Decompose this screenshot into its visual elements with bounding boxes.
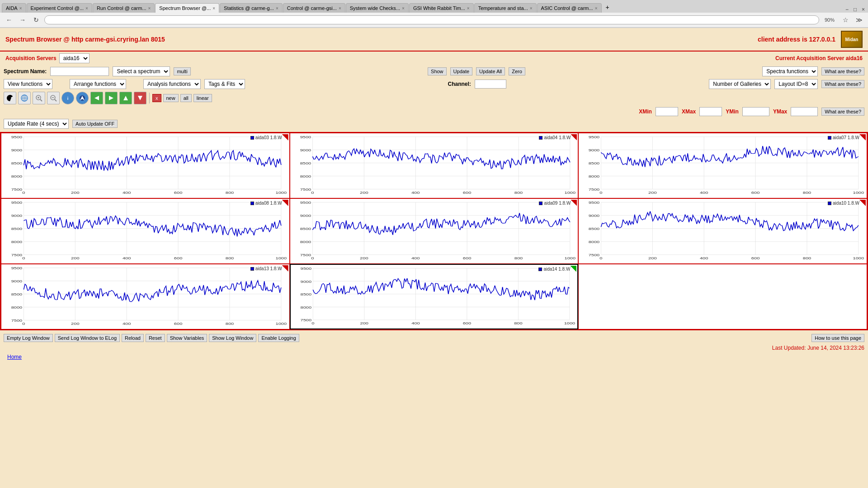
tab-close-icon[interactable]: ×: [595, 6, 598, 11]
svg-text:200: 200: [71, 191, 80, 195]
bottom-bar: Empty Log Window Send Log Window to ELog…: [0, 332, 868, 344]
prev-icon-btn[interactable]: [90, 92, 103, 104]
tab-asic-control[interactable]: ASIC Control @ carm...×: [537, 3, 602, 13]
url-bar[interactable]: localhost:8015/Spectrum/Spectrum.tml: [44, 15, 819, 24]
ymin-input[interactable]: 7500: [742, 107, 769, 116]
extensions-button[interactable]: ≫: [854, 14, 864, 25]
chart-cell-aida04[interactable]: aida04 1.8.W9500900085008000750002004006…: [290, 133, 579, 198]
next-icon-btn[interactable]: [105, 92, 118, 104]
auto-update-button[interactable]: Auto Update OFF: [72, 120, 118, 128]
all-button[interactable]: all: [180, 94, 192, 102]
back-button[interactable]: ←: [4, 14, 14, 25]
info-icon-btn[interactable]: i: [61, 92, 74, 104]
acq-server-select[interactable]: aida16: [59, 53, 90, 63]
zoom-out-icon-btn[interactable]: [47, 92, 60, 104]
spectra-functions-select[interactable]: Spectra functions: [762, 66, 818, 76]
enable-logging-button[interactable]: Enable Logging: [258, 334, 299, 342]
xmin-input[interactable]: 0: [656, 107, 678, 116]
send-log-button[interactable]: Send Log Window to ELog: [55, 334, 120, 342]
how-to-use-button[interactable]: How to use this page: [811, 334, 864, 342]
chart-cell-aida14[interactable]: aida14 1.8.W9500900085008000750002004006…: [290, 264, 579, 329]
svg-text:600: 600: [174, 256, 183, 260]
new-spectrum-button[interactable]: new: [163, 94, 179, 102]
zero-button[interactable]: Zero: [509, 67, 525, 75]
bookmark-button[interactable]: ☆: [840, 14, 851, 25]
up-icon-btn[interactable]: [119, 92, 132, 104]
tab-spectrum-browser[interactable]: Spectrum Browser @...×: [155, 3, 219, 13]
tab-aida[interactable]: AIDA×: [2, 3, 26, 13]
chart-cell-aida03[interactable]: aida03 1.8.W9500900085008000750002004006…: [1, 133, 290, 198]
zoom-in-icon-btn[interactable]: [33, 92, 45, 104]
chart-cell-aida07[interactable]: aida07 1.8.W9500900085008000750002004006…: [578, 133, 867, 198]
tab-system-checks[interactable]: System wide Checks...×: [346, 3, 409, 13]
tab-close-icon[interactable]: ×: [148, 6, 151, 11]
channel-input[interactable]: [475, 80, 506, 89]
chart-label-dot-aida14: [538, 267, 542, 271]
tab-close-icon[interactable]: ×: [530, 6, 533, 11]
tab-control[interactable]: Control @ carme-gsi...×: [283, 3, 345, 13]
show-button[interactable]: Show: [428, 67, 447, 75]
svg-text:7500: 7500: [11, 188, 23, 192]
restore-button[interactable]: □: [851, 5, 858, 13]
radiation-icon-btn[interactable]: [4, 92, 16, 104]
what-are-these-1-button[interactable]: What are these?: [821, 67, 864, 75]
arrange-functions-select[interactable]: Arrange functions: [70, 79, 126, 89]
chart-cell-aida09[interactable]: aida09 1.8.W9500900085008000750002004006…: [290, 198, 579, 264]
tab-statistics[interactable]: Statistics @ carme-g...×: [220, 3, 283, 13]
ymax-input[interactable]: 9500: [791, 107, 818, 116]
forward-button[interactable]: →: [17, 14, 28, 25]
svg-text:800: 800: [514, 191, 523, 195]
chart-cell-empty[interactable]: [578, 264, 867, 329]
tab-close-icon[interactable]: ×: [467, 6, 470, 11]
tab-close-icon[interactable]: ×: [19, 6, 22, 11]
navigate-icon-btn[interactable]: [76, 92, 89, 104]
select-spectrum-dropdown[interactable]: Select a spectrum: [113, 66, 170, 76]
svg-text:8500: 8500: [11, 292, 23, 296]
what-are-these-3-button[interactable]: What are these?: [821, 108, 864, 116]
empty-log-button[interactable]: Empty Log Window: [4, 334, 53, 342]
update-all-button[interactable]: Update All: [476, 67, 505, 75]
new-tab-button[interactable]: +: [602, 2, 613, 13]
tab-close-icon[interactable]: ×: [212, 6, 215, 11]
globe-icon-btn[interactable]: [18, 92, 31, 104]
show-log-button[interactable]: Show Log Window: [209, 334, 256, 342]
multi-button[interactable]: multi: [174, 67, 190, 75]
close-button[interactable]: ×: [859, 5, 866, 13]
linear-button[interactable]: linear: [193, 94, 212, 102]
view-functions-select[interactable]: View functions: [4, 79, 52, 89]
svg-text:800: 800: [803, 191, 811, 195]
layout-id-select[interactable]: Layout ID=8: [774, 79, 818, 89]
down-icon-btn[interactable]: [134, 92, 146, 104]
chart-label-aida03: aida03 1.8.W: [250, 135, 282, 140]
minimize-button[interactable]: −: [843, 5, 850, 13]
chart-cell-aida10[interactable]: aida10 1.8.W9500900085008000750002004006…: [578, 198, 867, 264]
chart-cell-aida13[interactable]: aida13 1.8.W9500900085008000750002004006…: [1, 264, 290, 329]
tab-close-icon[interactable]: ×: [402, 6, 405, 11]
home-link[interactable]: Home: [4, 352, 25, 362]
spectrum-name-input[interactable]: 1.8.W: [50, 67, 109, 76]
reload-button[interactable]: Reload: [122, 334, 144, 342]
tab-close-icon[interactable]: ×: [276, 6, 278, 11]
update-button[interactable]: Update: [450, 67, 472, 75]
tab-close-icon[interactable]: ×: [339, 6, 341, 11]
reload-nav-button[interactable]: ↻: [31, 14, 42, 25]
chart-cell-aida08[interactable]: aida08 1.8.W9500900085008000750002004006…: [1, 198, 290, 264]
tags-fits-select[interactable]: Tags & Fits: [204, 79, 245, 89]
analysis-functions-select[interactable]: Analysis functions: [143, 79, 201, 89]
tab-temperature[interactable]: Temperature and sta...×: [474, 3, 537, 13]
controls-row-2: View functions Arrange functions Analysi…: [0, 78, 868, 90]
svg-text:600: 600: [751, 191, 760, 195]
show-variables-button[interactable]: Show Variables: [167, 334, 208, 342]
tab-white-rabbit[interactable]: GSI White Rabbit Tim...×: [409, 3, 474, 13]
what-are-these-2-button[interactable]: What are these?: [821, 80, 864, 88]
svg-text:600: 600: [174, 191, 183, 195]
number-galleries-select[interactable]: Number of Galleries: [709, 79, 771, 89]
xmax-input[interactable]: 1019: [699, 107, 722, 116]
tab-experiment[interactable]: Experiment Control @...×: [27, 3, 92, 13]
reset-button[interactable]: Reset: [146, 334, 165, 342]
tab-run-control[interactable]: Run Control @ carm...×: [93, 3, 155, 13]
svg-text:9000: 9000: [589, 148, 600, 152]
x-button[interactable]: x: [152, 94, 161, 102]
update-rate-select[interactable]: Update Rate (4 secs): [4, 119, 69, 129]
tab-close-icon[interactable]: ×: [85, 6, 88, 11]
